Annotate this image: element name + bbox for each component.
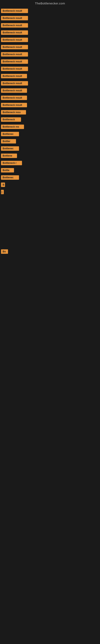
bottleneck-badge[interactable]: Bottleneck res <box>1 124 24 129</box>
bottleneck-badge[interactable]: Bottle <box>1 168 14 172</box>
list-item: Bottleneck result <box>1 44 99 50</box>
site-title: TheBottlenecker.com <box>0 0 100 8</box>
bottleneck-badge[interactable]: Bottleneck <box>1 117 21 122</box>
spacer-2 <box>1 256 99 332</box>
list-item: Bottleneck <box>1 116 99 123</box>
bottleneck-badge[interactable]: Bottleneck result <box>1 103 27 107</box>
bottleneck-badge[interactable]: Bottleneck result <box>1 59 28 64</box>
list-item: B <box>1 181 99 188</box>
bottleneck-badge[interactable]: Bottleneck result <box>1 45 28 49</box>
list-item: | <box>1 188 99 196</box>
list-item: Bottleneck result <box>1 15 99 22</box>
bottleneck-badge[interactable]: Bottleneck r <box>1 161 22 165</box>
bottleneck-badge[interactable]: Bottleneck result <box>1 16 28 20</box>
bottleneck-badge[interactable]: Bottleneck result <box>1 74 27 78</box>
bottleneck-badge[interactable]: Bottleneck result <box>1 96 27 100</box>
list-item: Bottleneck resu <box>1 109 99 116</box>
bottleneck-badge[interactable]: Bottleneck result <box>1 88 27 93</box>
list-item: Bottlenec <box>1 130 99 138</box>
bottleneck-badge[interactable]: Bottler <box>1 139 16 144</box>
bottleneck-badge[interactable]: Bottlenec <box>1 146 19 151</box>
list-item: Bottleneck result <box>1 51 99 58</box>
list-item: Bottleneck r <box>1 160 99 166</box>
list-item: Bottleneck result <box>1 87 99 94</box>
bottleneck-badge[interactable]: Bottleneck result <box>1 66 28 71</box>
bottleneck-badge[interactable]: Bottlenec <box>1 175 19 180</box>
list-item: Bottleneck result <box>1 102 99 108</box>
bottleneck-badge[interactable]: Bottleneck result <box>1 9 28 13</box>
bottleneck-badge[interactable]: Bottleneck result <box>1 81 28 86</box>
bottleneck-badge[interactable]: B <box>1 182 5 187</box>
bottleneck-badge[interactable]: Bottlenec <box>1 132 19 136</box>
list-item: Bottleneck result <box>1 29 99 36</box>
bottleneck-badge[interactable]: | <box>1 190 4 194</box>
bottleneck-badge[interactable]: Bottleneck result <box>1 30 28 35</box>
list-item: Bottleneck result <box>1 73 99 80</box>
list-item: Bottleneck result <box>1 80 99 87</box>
list-item: Bottleneck result <box>1 22 99 29</box>
list-item: Bottleneck result <box>1 8 99 14</box>
bottleneck-badge[interactable]: Bottleneck result <box>1 52 28 56</box>
list-item: Bottleneck result <box>1 94 99 101</box>
bottleneck-list: Bottleneck result Bottleneck result Bott… <box>0 8 100 332</box>
list-item: Bottleneck res <box>1 123 99 130</box>
list-item: Bottleneck result <box>1 66 99 72</box>
list-item: Bottlenec <box>1 174 99 181</box>
site-header: TheBottlenecker.com <box>0 0 100 8</box>
bottleneck-badge[interactable]: Bottleneck result <box>1 23 28 28</box>
list-item: Bottlenec <box>1 145 99 152</box>
bottleneck-badge[interactable]: Bottlene <box>1 154 17 158</box>
list-item: Bottleneck result <box>1 58 99 65</box>
bottleneck-badge[interactable]: Bottleneck resu <box>1 110 26 114</box>
bottleneck-badge[interactable]: Bottleneck result <box>1 38 28 42</box>
list-item: Bo <box>1 248 99 255</box>
spacer <box>1 196 99 248</box>
bottleneck-badge[interactable]: Bo <box>1 249 8 254</box>
list-item: Bottler <box>1 138 99 145</box>
list-item: Bottle <box>1 167 99 174</box>
list-item: Bottlene <box>1 152 99 159</box>
list-item: Bottleneck result <box>1 36 99 43</box>
